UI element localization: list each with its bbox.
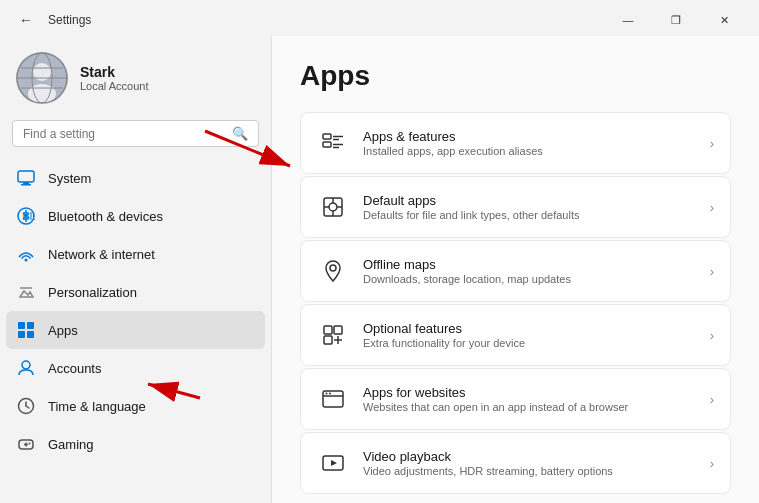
user-info: Stark Local Account (80, 64, 149, 92)
sidebar-item-accounts[interactable]: Accounts (6, 349, 265, 387)
offline-maps-icon (317, 255, 349, 287)
network-icon (16, 244, 36, 264)
sidebar-item-bluetooth[interactable]: Bluetooth Bluetooth & devices (6, 197, 265, 235)
apps-websites-chevron: › (710, 392, 714, 407)
svg-rect-41 (334, 326, 342, 334)
sidebar-label-time: Time & language (48, 399, 146, 414)
title-bar: ← Settings — ❐ ✕ (0, 0, 759, 36)
apps-features-subtitle: Installed apps, app execution aliases (363, 145, 696, 157)
settings-item-video-playback[interactable]: Video playback Video adjustments, HDR st… (300, 432, 731, 494)
svg-rect-17 (18, 331, 25, 338)
svg-marker-50 (331, 460, 337, 466)
svg-rect-27 (323, 134, 331, 139)
svg-rect-16 (27, 322, 34, 329)
apps-features-title: Apps & features (363, 129, 696, 144)
sidebar-label-bluetooth: Bluetooth & devices (48, 209, 163, 224)
settings-item-apps-websites[interactable]: Apps for websites Websites that can open… (300, 368, 731, 430)
svg-point-13 (25, 259, 28, 262)
default-apps-icon (317, 191, 349, 223)
gaming-icon (16, 434, 36, 454)
svg-rect-42 (324, 336, 332, 344)
avatar (16, 52, 68, 104)
sidebar-label-system: System (48, 171, 91, 186)
video-playback-title: Video playback (363, 449, 696, 464)
svg-point-39 (330, 265, 336, 271)
sidebar-item-gaming[interactable]: Gaming (6, 425, 265, 463)
svg-point-19 (22, 361, 30, 369)
back-button[interactable]: ← (12, 6, 40, 34)
search-box[interactable]: 🔍 (12, 120, 259, 147)
sidebar-label-accounts: Accounts (48, 361, 101, 376)
offline-maps-text: Offline maps Downloads, storage location… (363, 257, 696, 285)
svg-rect-40 (324, 326, 332, 334)
search-input[interactable] (23, 127, 226, 141)
svg-rect-10 (21, 184, 31, 186)
apps-websites-text: Apps for websites Websites that can open… (363, 385, 696, 413)
optional-features-subtitle: Extra functionality for your device (363, 337, 696, 349)
video-playback-text: Video playback Video adjustments, HDR st… (363, 449, 696, 477)
sidebar-item-time[interactable]: Time & language (6, 387, 265, 425)
apps-websites-title: Apps for websites (363, 385, 696, 400)
user-profile[interactable]: Stark Local Account (0, 36, 271, 116)
apps-features-chevron: › (710, 136, 714, 151)
svg-point-34 (329, 203, 337, 211)
apps-icon (16, 320, 36, 340)
settings-item-default-apps[interactable]: Default apps Defaults for file and link … (300, 176, 731, 238)
svg-rect-18 (27, 331, 34, 338)
optional-features-chevron: › (710, 328, 714, 343)
offline-maps-subtitle: Downloads, storage location, map updates (363, 273, 696, 285)
window-title: Settings (48, 13, 91, 27)
user-name: Stark (80, 64, 149, 80)
sidebar-label-gaming: Gaming (48, 437, 94, 452)
optional-features-icon (317, 319, 349, 351)
apps-features-icon (317, 127, 349, 159)
sidebar-label-apps: Apps (48, 323, 78, 338)
video-playback-icon (317, 447, 349, 479)
close-button[interactable]: ✕ (701, 5, 747, 35)
settings-item-apps-features[interactable]: Apps & features Installed apps, app exec… (300, 112, 731, 174)
settings-list: Apps & features Installed apps, app exec… (300, 112, 731, 494)
default-apps-subtitle: Defaults for file and link types, other … (363, 209, 696, 221)
optional-features-title: Optional features (363, 321, 696, 336)
svg-point-47 (326, 393, 328, 395)
time-icon (16, 396, 36, 416)
sidebar-item-network[interactable]: Network & internet (6, 235, 265, 273)
optional-features-text: Optional features Extra functionality fo… (363, 321, 696, 349)
settings-item-optional-features[interactable]: Optional features Extra functionality fo… (300, 304, 731, 366)
svg-point-48 (329, 393, 331, 395)
default-apps-chevron: › (710, 200, 714, 215)
default-apps-text: Default apps Defaults for file and link … (363, 193, 696, 221)
svg-rect-28 (323, 142, 331, 147)
apps-websites-subtitle: Websites that can open in an app instead… (363, 401, 696, 413)
sidebar-item-apps[interactable]: Apps (6, 311, 265, 349)
default-apps-title: Default apps (363, 193, 696, 208)
system-icon (16, 168, 36, 188)
svg-rect-9 (23, 182, 29, 184)
offline-maps-title: Offline maps (363, 257, 696, 272)
minimize-button[interactable]: — (605, 5, 651, 35)
sidebar-item-personalization[interactable]: Personalization (6, 273, 265, 311)
svg-line-22 (26, 406, 29, 408)
settings-item-offline-maps[interactable]: Offline maps Downloads, storage location… (300, 240, 731, 302)
apps-websites-icon (317, 383, 349, 415)
accounts-icon (16, 358, 36, 378)
svg-rect-15 (18, 322, 25, 329)
window-controls: — ❐ ✕ (605, 5, 747, 35)
sidebar-item-system[interactable]: System (6, 159, 265, 197)
video-playback-chevron: › (710, 456, 714, 471)
personalization-icon (16, 282, 36, 302)
right-panel: Apps Apps & features Installed apps, app… (272, 36, 759, 503)
apps-features-text: Apps & features Installed apps, app exec… (363, 129, 696, 157)
svg-text:Bluetooth: Bluetooth (23, 210, 36, 222)
maximize-button[interactable]: ❐ (653, 5, 699, 35)
video-playback-subtitle: Video adjustments, HDR streaming, batter… (363, 465, 696, 477)
offline-maps-chevron: › (710, 264, 714, 279)
sidebar-label-network: Network & internet (48, 247, 155, 262)
user-account-type: Local Account (80, 80, 149, 92)
svg-point-26 (29, 443, 31, 445)
sidebar: Stark Local Account 🔍 System Bluetooth (0, 36, 272, 503)
search-icon: 🔍 (232, 126, 248, 141)
bluetooth-icon: Bluetooth (16, 206, 36, 226)
svg-rect-8 (18, 171, 34, 182)
nav-list: System Bluetooth Bluetooth & devices Net… (0, 159, 271, 503)
